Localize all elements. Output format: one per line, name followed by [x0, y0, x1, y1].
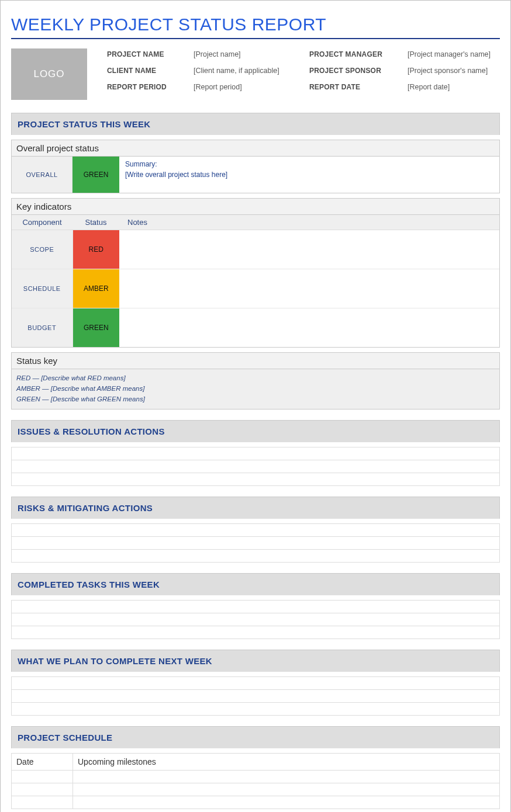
indicator-status-cell: GREEN	[72, 308, 119, 348]
overall-subtitle: Overall project status	[12, 140, 499, 157]
logo-placeholder: LOGO	[11, 48, 87, 100]
overall-status-box: Overall project status OVERALL GREEN Sum…	[11, 140, 500, 193]
overall-label: OVERALL	[12, 157, 72, 193]
section-head-schedule: PROJECT SCHEDULE	[11, 726, 500, 748]
overall-summary-label: Summary:	[125, 159, 493, 169]
indicator-notes	[119, 269, 499, 308]
schedule-header-date: Date	[12, 754, 73, 771]
indicators-header-status: Status	[72, 215, 119, 230]
meta-grid: PROJECT NAME [Project name] PROJECT MANA…	[107, 48, 500, 100]
indicators-subtitle: Key indicators	[12, 199, 499, 215]
indicator-component: SCHEDULE	[12, 269, 72, 308]
meta-value-client-name: [Client name, if applicable]	[194, 67, 305, 75]
table-row	[12, 677, 500, 690]
indicator-notes	[119, 308, 499, 348]
report-title: WEEKLY PROJECT STATUS REPORT	[11, 15, 500, 34]
indicator-status-chip: GREEN	[73, 308, 120, 347]
section-head-status: PROJECT STATUS THIS WEEK	[11, 113, 500, 135]
table-row	[12, 771, 500, 783]
completed-table	[11, 600, 500, 639]
header-block: LOGO PROJECT NAME [Project name] PROJECT…	[11, 48, 500, 100]
indicators-table: Component Status Notes SCOPEREDSCHEDULEA…	[12, 215, 499, 347]
indicator-status-cell: RED	[72, 230, 119, 269]
section-head-risks: RISKS & MITIGATING ACTIONS	[11, 497, 500, 519]
report-page: WEEKLY PROJECT STATUS REPORT LOGO PROJEC…	[0, 0, 511, 812]
status-key-line: GREEN — [Describe what GREEN means]	[16, 394, 495, 404]
table-row	[12, 613, 500, 626]
table-row	[12, 783, 500, 796]
meta-label-project-name: PROJECT NAME	[107, 50, 189, 58]
table-row	[12, 796, 500, 809]
table-row	[12, 447, 500, 460]
indicators-header-notes: Notes	[119, 215, 499, 230]
title-divider	[11, 38, 500, 39]
issues-table	[11, 447, 500, 486]
table-row	[12, 537, 500, 550]
plan-next-table	[11, 676, 500, 716]
overall-status-chip: GREEN	[72, 157, 119, 193]
schedule-table: Date Upcoming milestones	[11, 753, 500, 809]
section-head-issues: ISSUES & RESOLUTION ACTIONS	[11, 420, 500, 442]
overall-row: OVERALL GREEN Summary: [Write overall pr…	[12, 157, 499, 193]
meta-value-report-date: [Report date]	[408, 83, 500, 91]
indicator-status-chip: RED	[73, 230, 120, 269]
meta-label-report-date: REPORT DATE	[309, 83, 403, 91]
meta-value-project-name: [Project name]	[194, 50, 305, 58]
indicator-component: SCOPE	[12, 230, 72, 269]
status-key-box: Status key RED — [Describe what RED mean…	[11, 352, 500, 410]
table-row	[12, 524, 500, 537]
table-row	[12, 601, 500, 613]
meta-label-project-manager: PROJECT MANAGER	[309, 50, 403, 58]
risks-table	[11, 523, 500, 563]
indicator-row: SCHEDULEAMBER	[12, 269, 499, 308]
table-row	[12, 473, 500, 486]
indicator-status-cell: AMBER	[72, 269, 119, 308]
indicator-status-chip: AMBER	[73, 269, 120, 308]
meta-value-project-manager: [Project manager's name]	[408, 50, 500, 58]
status-key-subtitle: Status key	[12, 353, 499, 369]
table-row	[12, 626, 500, 639]
meta-value-report-period: [Report period]	[194, 83, 305, 91]
meta-label-project-sponsor: PROJECT SPONSOR	[309, 67, 403, 75]
status-key-line: RED — [Describe what RED means]	[16, 373, 495, 383]
table-row	[12, 460, 500, 473]
schedule-header-milestones: Upcoming milestones	[73, 754, 500, 771]
indicator-row: BUDGETGREEN	[12, 308, 499, 348]
section-head-plan-next: WHAT WE PLAN TO COMPLETE NEXT WEEK	[11, 650, 500, 672]
logo-text: LOGO	[33, 68, 64, 80]
meta-label-report-period: REPORT PERIOD	[107, 83, 189, 91]
status-key-lines: RED — [Describe what RED means]AMBER — […	[12, 369, 499, 409]
indicator-notes	[119, 230, 499, 269]
table-row	[12, 690, 500, 703]
overall-summary: Summary: [Write overall project status h…	[119, 157, 499, 193]
meta-value-project-sponsor: [Project sponsor's name]	[408, 67, 500, 75]
indicator-component: BUDGET	[12, 308, 72, 348]
meta-label-client-name: CLIENT NAME	[107, 67, 189, 75]
key-indicators-box: Key indicators Component Status Notes SC…	[11, 198, 500, 348]
table-row	[12, 550, 500, 563]
status-key-line: AMBER — [Describe what AMBER means]	[16, 383, 495, 394]
section-head-completed: COMPLETED TASKS THIS WEEK	[11, 573, 500, 595]
overall-summary-text: [Write overall project status here]	[125, 169, 493, 180]
table-row	[12, 703, 500, 716]
indicator-row: SCOPERED	[12, 230, 499, 269]
indicators-header-component: Component	[12, 215, 72, 230]
